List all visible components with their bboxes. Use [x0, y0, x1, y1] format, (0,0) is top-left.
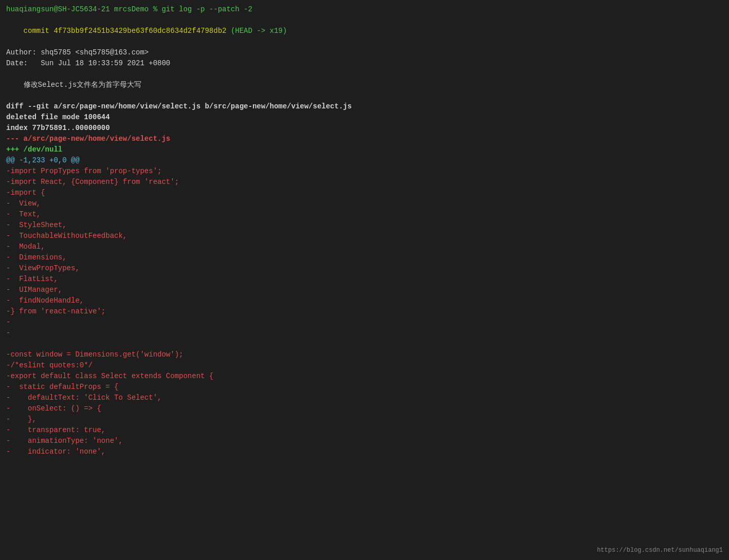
diff-line-12: - UIManager,: [6, 285, 723, 295]
diff-line-17: -const window = Dimensions.get('window')…: [6, 349, 723, 360]
commit-ref: (HEAD -> x19): [226, 27, 287, 35]
diff-line-26: - indicator: 'none',: [6, 446, 723, 457]
diff-line-6: - StyleSheet,: [6, 220, 723, 231]
commit-hash: commit 4f73bb9f2451b3429be63f60dc8634d2f…: [24, 27, 227, 35]
diff-line-22: - onSelect: () => {: [6, 403, 723, 414]
empty-line-1: [6, 69, 723, 80]
date-line: Date: Sun Jul 18 10:33:59 2021 +0800: [6, 58, 723, 69]
empty-line-3: [6, 339, 723, 349]
diff-line-7: - TouchableWithoutFeedback,: [6, 231, 723, 241]
terminal-window: huaqiangsun@SH-JC5634-21 mrcsDemo % git …: [0, 0, 729, 560]
diff-line-15: -: [6, 317, 723, 328]
diff-header-1: diff --git a/src/page-new/home/view/sele…: [6, 101, 723, 112]
commit-line: commit 4f73bb9f2451b3429be63f60dc8634d2f…: [6, 15, 723, 47]
diff-line-1: -import PropTypes from 'prop-types';: [6, 166, 723, 177]
diff-line-8: - Modal,: [6, 241, 723, 252]
empty-line-2: [6, 90, 723, 101]
diff-line-11: - FlatList,: [6, 274, 723, 285]
diff-line-3: -import {: [6, 188, 723, 198]
watermark: https://blog.csdn.net/sunhuaqiang1: [597, 547, 723, 554]
author-line: Author: shq5785 <shq5785@163.com>: [6, 47, 723, 58]
diff-line-2: -import React, {Component} from 'react';: [6, 177, 723, 188]
diff-line-24: - transparent: true,: [6, 425, 723, 436]
prompt-line: huaqiangsun@SH-JC5634-21 mrcsDemo % git …: [6, 4, 723, 15]
diff-line-9: - Dimensions,: [6, 252, 723, 263]
commit-message: 修改Select.js文件名为首字母大写: [6, 80, 723, 90]
diff-file-to: +++ /dev/null: [6, 144, 723, 155]
diff-line-19: -export default class Select extends Com…: [6, 371, 723, 382]
diff-header-2: deleted file mode 100644: [6, 112, 723, 123]
diff-file-from: --- a/src/page-new/home/view/select.js: [6, 134, 723, 144]
diff-hunk: @@ -1,233 +0,0 @@: [6, 155, 723, 166]
diff-line-4: - View,: [6, 198, 723, 209]
diff-line-16: -: [6, 328, 723, 339]
diff-line-13: - findNodeHandle,: [6, 295, 723, 306]
diff-line-20: - static defaultProps = {: [6, 382, 723, 393]
diff-line-10: - ViewPropTypes,: [6, 263, 723, 274]
diff-line-23: - },: [6, 414, 723, 425]
diff-line-25: - animationType: 'none',: [6, 436, 723, 446]
diff-line-5: - Text,: [6, 209, 723, 220]
diff-header-3: index 77b75891..00000000: [6, 123, 723, 134]
diff-line-21: - defaultText: 'Click To Select',: [6, 393, 723, 403]
diff-line-14: -} from 'react-native';: [6, 306, 723, 317]
diff-line-18: -/*eslint quotes:0*/: [6, 360, 723, 371]
